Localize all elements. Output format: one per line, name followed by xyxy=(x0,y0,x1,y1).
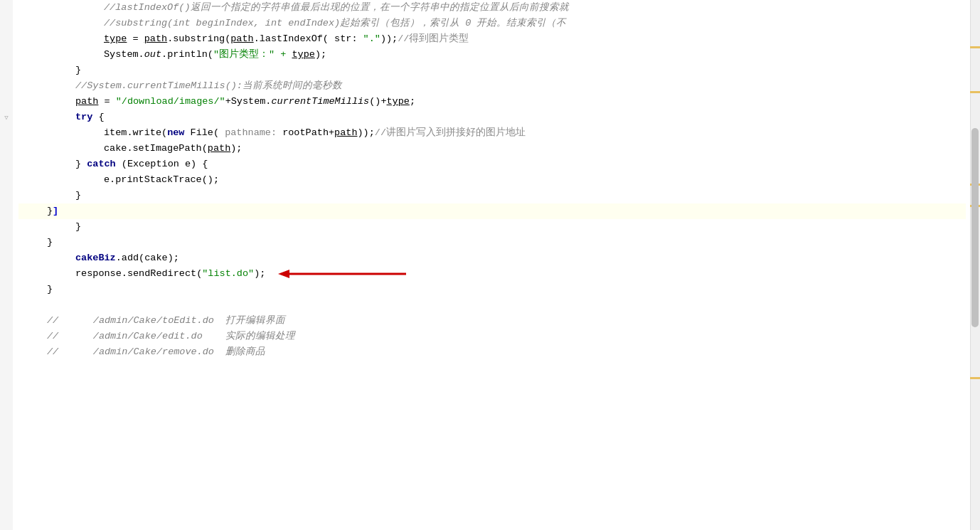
gutter-cell xyxy=(0,94,13,110)
gutter-cell xyxy=(0,344,13,360)
code-token: rootPath+ xyxy=(282,125,334,141)
gutter-cell xyxy=(0,47,13,63)
gutter-cell xyxy=(0,329,13,344)
code-token: pathname: xyxy=(225,125,282,141)
scrollbar-marker xyxy=(970,46,980,48)
code-token: e.printStackTrace(); xyxy=(104,172,219,188)
code-line: //lastIndexOf()返回一个指定的字符串值最后出现的位置，在一个字符串… xyxy=(18,0,966,16)
code-token: ); xyxy=(254,266,265,282)
code-token: (Exception e) { xyxy=(116,157,208,172)
gutter-cell xyxy=(0,188,13,203)
code-token: .add(cake); xyxy=(116,250,179,266)
code-token: "图片类型：" + xyxy=(213,47,292,63)
code-token: response.sendRedirect( xyxy=(75,266,202,282)
code-line: item.write( new File( pathname: rootPath… xyxy=(18,125,966,141)
code-line: } xyxy=(18,219,966,235)
gutter-cell xyxy=(0,16,13,31)
editor-container: ▽ //lastIndexOf()返回一个指定的字符串值最后出现的位置，在一个字… xyxy=(0,0,980,530)
gutter-cell xyxy=(0,0,13,16)
code-token: ); xyxy=(315,47,326,63)
gutter-cell xyxy=(0,219,13,235)
code-area: //lastIndexOf()返回一个指定的字符串值最后出现的位置，在一个字符串… xyxy=(13,0,980,530)
code-line: path = "/download/images/" +System.curre… xyxy=(18,94,966,110)
code-line: System. out .println( "图片类型：" + type ); xyxy=(18,47,966,63)
code-token: File( xyxy=(184,125,225,141)
code-line: cakeBiz .add(cake); xyxy=(18,250,966,266)
code-token: try xyxy=(75,110,92,125)
gutter-cell xyxy=(0,78,13,94)
code-token: .println( xyxy=(161,47,213,63)
code-token: path xyxy=(144,31,167,47)
code-token: ; xyxy=(410,94,415,110)
code-line: //substring(int beginIndex, int endIndex… xyxy=(18,16,966,31)
code-line: } xyxy=(18,63,966,78)
left-gutter: ▽ xyxy=(0,0,13,530)
code-line: } xyxy=(18,188,966,203)
code-token: +System.currentTimeMillis()+ xyxy=(225,94,387,110)
code-token: path xyxy=(230,31,253,47)
code-token: .lastIndexOf( str: xyxy=(254,31,363,47)
code-token: // /admin/Cake/toEdit.do 打开编辑界面 xyxy=(47,313,285,329)
code-token: cakeBiz xyxy=(75,250,116,266)
code-line: } catch (Exception e) { xyxy=(18,157,966,172)
code-token: ); xyxy=(230,141,242,157)
code-token: } xyxy=(75,219,81,235)
code-token: //讲图片写入到拼接好的图片地址 xyxy=(375,125,526,141)
gutter-cell xyxy=(0,63,13,78)
code-line: // /admin/Cake/remove.do 删除商品 xyxy=(18,344,966,360)
code-line: } xyxy=(18,282,966,297)
code-token: path xyxy=(334,125,357,141)
scrollbar-marker xyxy=(970,91,980,93)
code-token: = xyxy=(98,94,115,110)
gutter-cell xyxy=(0,31,13,47)
gutter-cell xyxy=(0,250,13,266)
gutter-cell xyxy=(0,141,13,157)
gutter-cell xyxy=(0,266,13,282)
code-token: cake.setImagePath( xyxy=(104,141,208,157)
code-token: item.write( xyxy=(104,125,167,141)
gutter-cell xyxy=(0,172,13,188)
code-token: //得到图片类型 xyxy=(398,31,469,47)
code-token: } xyxy=(75,188,81,203)
code-token: type xyxy=(104,31,127,47)
code-token: { xyxy=(92,110,104,125)
code-token: // /admin/Cake/edit.do 实际的编辑处理 xyxy=(47,329,295,344)
code-token: } xyxy=(75,63,81,78)
scrollbar[interactable] xyxy=(970,0,980,530)
code-line-highlighted: } ] xyxy=(18,203,966,219)
code-line: type = path .substring( path .lastIndexO… xyxy=(18,31,966,47)
code-token: "list.do" xyxy=(202,266,254,282)
code-token: = xyxy=(127,31,144,47)
fold-icon[interactable]: ▽ xyxy=(4,114,8,122)
code-token: // /admin/Cake/remove.do 删除商品 xyxy=(47,344,265,360)
code-line: e.printStackTrace(); xyxy=(18,172,966,188)
gutter-cell xyxy=(0,313,13,329)
code-token: )); xyxy=(380,31,398,47)
code-line-arrow: response.sendRedirect( "list.do" ); xyxy=(18,266,966,282)
code-token: type xyxy=(292,47,314,63)
code-token: System. xyxy=(104,47,144,63)
code-token: )); xyxy=(358,125,375,141)
code-token: } xyxy=(75,157,87,172)
code-token: out xyxy=(144,47,161,63)
code-line: // /admin/Cake/edit.do 实际的编辑处理 xyxy=(18,329,966,344)
scrollbar-thumb[interactable] xyxy=(971,128,979,327)
gutter-cell: ▽ xyxy=(0,110,13,125)
code-token: path xyxy=(208,141,230,157)
code-token: new xyxy=(167,125,184,141)
gutter-cell xyxy=(0,125,13,141)
code-token: ] xyxy=(53,203,58,219)
code-token: } xyxy=(47,282,53,297)
code-token: "." xyxy=(363,31,380,47)
scrollbar-marker xyxy=(970,377,980,379)
code-token: //lastIndexOf()返回一个指定的字符串值最后出现的位置，在一个字符串… xyxy=(104,0,569,16)
gutter-cell xyxy=(0,282,13,297)
code-line: //System.currentTimeMillis():当前系统时间的毫秒数 xyxy=(18,78,966,94)
code-line: // /admin/Cake/toEdit.do 打开编辑界面 xyxy=(18,313,966,329)
code-line: cake.setImagePath( path ); xyxy=(18,141,966,157)
code-token: //substring(int beginIndex, int endIndex… xyxy=(104,16,566,31)
gutter-cell xyxy=(0,235,13,250)
gutter-cell xyxy=(0,297,13,313)
code-line: try { xyxy=(18,110,966,125)
code-token: "/download/images/" xyxy=(116,94,225,110)
